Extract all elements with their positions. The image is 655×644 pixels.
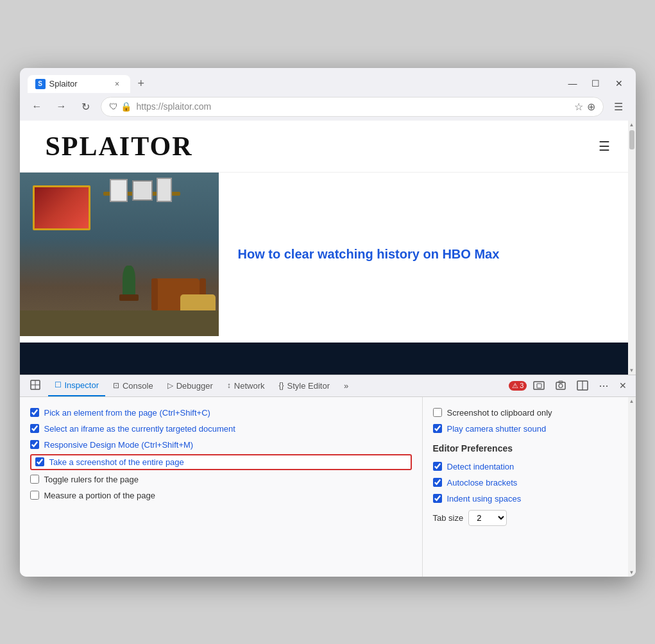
devtools-right-panel: Screenshot to clipboard only Play camera… — [423, 397, 628, 577]
devtools-close-button[interactable]: ✕ — [615, 377, 631, 394]
screenshot-clipboard-label[interactable]: Screenshot to clipboard only — [447, 408, 552, 418]
debugger-icon: ▷ — [167, 381, 173, 390]
devtools-toolbar: ☐ Inspector ⊡ Console ▷ Debugger ↕ Netwo… — [20, 375, 636, 397]
split-view-button[interactable] — [573, 377, 592, 394]
article-image — [20, 173, 219, 336]
tab-debugger[interactable]: ▷ Debugger — [161, 376, 219, 396]
screenshot-clipboard-option: Screenshot to clipboard only — [433, 405, 618, 421]
autoclose-brackets-checkbox[interactable] — [433, 478, 442, 487]
autoclose-brackets-label[interactable]: Autoclose brackets — [447, 478, 518, 487]
tab-size-row: Tab size 1 2 4 8 — [433, 507, 618, 529]
take-screenshot-option: Take a screenshot of the entire page — [30, 454, 412, 470]
dark-banner — [20, 343, 636, 375]
devtools-left-panel: Pick an element from the page (Ctrl+Shif… — [20, 397, 423, 577]
tab-close-button[interactable]: × — [112, 79, 123, 89]
page-scrollbar[interactable]: ▲ ▼ — [628, 121, 636, 375]
tab-network[interactable]: ↕ Network — [221, 376, 271, 396]
tab-console[interactable]: ⊡ Console — [106, 376, 160, 396]
play-camera-sound-checkbox[interactable] — [433, 424, 442, 433]
tab-size-label: Tab size — [433, 513, 464, 523]
article-title[interactable]: How to clear watching history on HBO Max — [238, 245, 500, 263]
devtools-more-button[interactable]: ··· — [595, 376, 612, 396]
toggle-rulers-option: Toggle rulers for the page — [30, 471, 412, 487]
responsive-design-label[interactable]: Responsive Design Mode (Ctrl+Shift+M) — [44, 440, 194, 450]
tab-favicon: S — [35, 79, 46, 89]
editor-preferences-section: Editor Preferences Detect indentation Au… — [433, 443, 618, 529]
indent-spaces-checkbox[interactable] — [433, 494, 442, 503]
editor-preferences-title: Editor Preferences — [433, 443, 618, 453]
lock-icon: 🔒 — [121, 101, 132, 112]
window-controls: — ☐ ✕ — [564, 74, 628, 92]
play-camera-sound-option: Play camera shutter sound — [433, 421, 618, 437]
responsive-view-button[interactable] — [529, 377, 549, 394]
error-badge[interactable]: ⚠ 3 — [509, 381, 527, 391]
toggle-rulers-checkbox[interactable] — [30, 475, 39, 484]
style-editor-icon: {} — [278, 381, 284, 390]
back-button[interactable]: ← — [28, 97, 47, 116]
more-tabs-icon: » — [344, 381, 348, 391]
autoclose-brackets-option: Autoclose brackets — [433, 475, 618, 491]
devtools-scroll-up[interactable]: ▲ — [629, 398, 634, 404]
address-bar[interactable]: 🛡 🔒 https://splaitor.com ☆ ⊕ — [101, 97, 604, 117]
measure-portion-option: Measure a portion of the page — [30, 487, 412, 504]
scroll-down-arrow[interactable]: ▼ — [629, 368, 634, 373]
measure-portion-label[interactable]: Measure a portion of the page — [44, 491, 155, 500]
site-logo: Splaitor — [46, 131, 193, 162]
maximize-button[interactable]: ☐ — [587, 74, 605, 92]
play-camera-sound-label[interactable]: Play camera shutter sound — [447, 424, 547, 434]
navigation-bar: ← → ↻ 🛡 🔒 https://splaitor.com ☆ ⊕ ☰ — [20, 93, 636, 121]
indent-spaces-label[interactable]: Indent using spaces — [447, 494, 522, 504]
article-text-area: How to clear watching history on HBO Max — [219, 173, 519, 336]
devtools-panel: ☐ Inspector ⊡ Console ▷ Debugger ↕ Netwo… — [20, 375, 636, 577]
screenshot-clipboard-checkbox[interactable] — [433, 408, 442, 417]
url-text[interactable]: https://splaitor.com — [137, 101, 569, 112]
error-icon: ⚠ — [512, 382, 518, 390]
minimize-button[interactable]: — — [564, 74, 582, 92]
browser-window: S Splaitor × + — ☐ ✕ ← → ↻ 🛡 🔒 https://s… — [20, 68, 636, 577]
toggle-rulers-label[interactable]: Toggle rulers for the page — [44, 475, 139, 484]
devtools-right-icons: ⚠ 3 — [509, 376, 630, 396]
pick-element-checkbox[interactable] — [30, 408, 39, 417]
element-pick-button[interactable] — [25, 376, 47, 395]
detect-indent-label[interactable]: Detect indentation — [447, 462, 515, 471]
network-icon: ↕ — [227, 381, 231, 390]
pick-element-label[interactable]: Pick an element from the page (Ctrl+Shif… — [44, 408, 210, 418]
bookmark-icon[interactable]: ☆ — [574, 101, 583, 113]
tab-size-select[interactable]: 1 2 4 8 — [468, 510, 507, 526]
take-screenshot-checkbox[interactable] — [35, 457, 44, 466]
more-tabs-button[interactable]: » — [337, 376, 355, 396]
pick-element-option: Pick an element from the page (Ctrl+Shif… — [30, 405, 412, 421]
scroll-thumb[interactable] — [629, 130, 634, 149]
detect-indent-checkbox[interactable] — [433, 462, 442, 471]
forward-button[interactable]: → — [52, 97, 71, 116]
active-tab[interactable]: S Splaitor × — [28, 75, 130, 93]
pocket-icon[interactable]: ⊕ — [587, 101, 595, 113]
console-icon: ⊡ — [113, 381, 119, 390]
responsive-design-checkbox[interactable] — [30, 440, 39, 449]
new-tab-button[interactable]: + — [133, 74, 150, 93]
tab-style-editor[interactable]: {} Style Editor — [272, 376, 336, 396]
devtools-scroll-down[interactable]: ▼ — [629, 570, 634, 575]
tab-area: S Splaitor × + — [28, 74, 559, 93]
tab-inspector[interactable]: ☐ Inspector — [48, 375, 105, 396]
refresh-button[interactable]: ↻ — [76, 97, 96, 116]
select-iframe-checkbox[interactable] — [30, 424, 39, 433]
browser-menu-button[interactable]: ☰ — [609, 97, 628, 116]
scroll-up-arrow[interactable]: ▲ — [629, 122, 634, 128]
devtools-scrollbar[interactable]: ▲ ▼ — [628, 397, 636, 577]
site-header: Splaitor ☰ — [20, 121, 636, 173]
close-window-button[interactable]: ✕ — [610, 74, 628, 92]
svg-rect-5 — [556, 382, 565, 389]
measure-portion-checkbox[interactable] — [30, 491, 39, 500]
responsive-design-option: Responsive Design Mode (Ctrl+Shift+M) — [30, 437, 412, 453]
select-iframe-label[interactable]: Select an iframe as the currently target… — [44, 424, 235, 434]
take-screenshot-label[interactable]: Take a screenshot of the entire page — [49, 457, 184, 467]
detect-indent-option: Detect indentation — [433, 459, 618, 475]
screenshot-button[interactable] — [551, 377, 570, 394]
title-bar: S Splaitor × + — ☐ ✕ — [20, 68, 636, 93]
page-content: How to clear watching history on HBO Max — [20, 173, 636, 336]
svg-rect-4 — [537, 384, 541, 388]
select-iframe-option: Select an iframe as the currently target… — [30, 421, 412, 437]
hamburger-menu-icon[interactable]: ☰ — [599, 139, 610, 154]
shield-icon: 🛡 — [109, 101, 118, 112]
